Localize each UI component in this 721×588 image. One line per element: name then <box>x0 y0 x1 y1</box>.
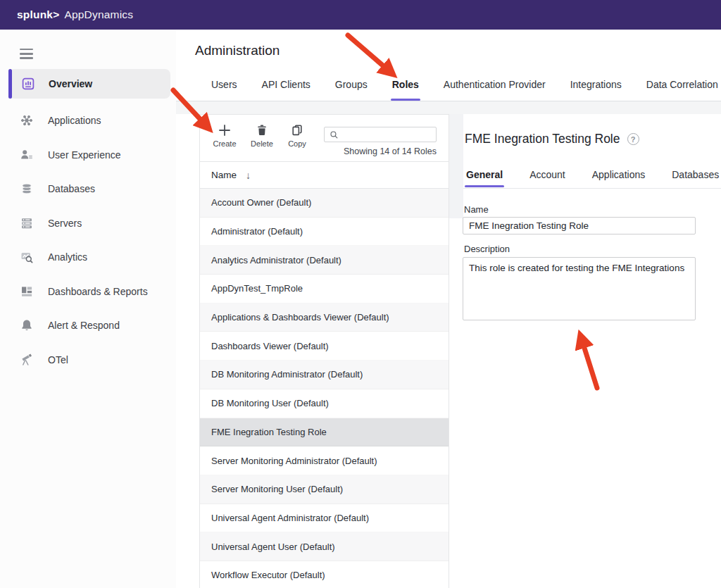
red-arrow-description <box>584 346 597 388</box>
sidebar-item-label: User Experience <box>48 149 121 161</box>
sidebar-item-applications[interactable]: Applications <box>0 104 176 138</box>
brand-splunk: splunk <box>17 8 53 20</box>
app-window: splunk>AppDynamics OverviewApplicationsU… <box>0 0 721 588</box>
sidebar-item-label: Overview <box>49 78 92 89</box>
role-row[interactable]: Analytics Administrator (Default) <box>200 246 449 275</box>
sidebar-item-databases[interactable]: Databases <box>0 172 176 206</box>
role-name: DB Monitoring User (Default) <box>211 398 329 408</box>
role-row[interactable]: Workflow Executor (Default) <box>200 561 449 588</box>
sidebar-item-otel[interactable]: OTel <box>0 343 176 377</box>
role-row[interactable]: Dashboards Viewer (Default) <box>200 332 449 361</box>
detail-tab-account[interactable]: Account <box>529 169 565 180</box>
roles-list-panel: Showing 14 of 14 Roles CreateDeleteCopy … <box>199 114 449 588</box>
help-icon[interactable]: ? <box>627 133 639 145</box>
detail-tab-divider <box>463 188 721 189</box>
sidebar-item-label: Databases <box>48 183 95 194</box>
sidebar-item-alert-respond[interactable]: Alert & Respond <box>0 308 176 343</box>
copy-button[interactable]: Copy <box>284 123 310 148</box>
delete-button[interactable]: Delete <box>248 123 276 148</box>
create-button[interactable]: Create <box>211 123 239 148</box>
user-experience-icon <box>20 148 34 162</box>
plus-icon <box>218 123 232 137</box>
role-row[interactable]: DB Monitoring User (Default) <box>200 389 449 418</box>
role-name: Workflow Executor (Default) <box>211 570 325 580</box>
role-detail-header: FME Inegration Testing Role ? <box>465 132 639 146</box>
tab-api-clients[interactable]: API Clients <box>262 79 311 101</box>
role-name: Server Monitoring Administrator (Default… <box>211 456 377 466</box>
role-row[interactable]: Universal Agent Administrator (Default) <box>200 504 449 533</box>
menu-icon[interactable] <box>20 49 33 59</box>
sidebar-nav-list: OverviewApplicationsUser ExperienceDatab… <box>0 69 176 377</box>
description-field-label: Description <box>464 244 510 254</box>
roles-list: Account Owner (Default)Administrator (De… <box>200 189 449 588</box>
role-name: Universal Agent Administrator (Default) <box>211 513 369 523</box>
role-name-input[interactable] <box>463 217 696 234</box>
sidebar: OverviewApplicationsUser ExperienceDatab… <box>0 30 176 588</box>
role-name: Server Monitoring User (Default) <box>211 484 343 494</box>
role-name: FME Inegration Testing Role <box>211 427 327 437</box>
brand-appdynamics: AppDynamics <box>64 8 133 20</box>
alert-respond-icon <box>20 318 34 332</box>
role-row[interactable]: Universal Agent User (Default) <box>200 532 449 561</box>
analytics-icon <box>20 250 34 264</box>
toolbar-button-label: Delete <box>248 139 276 148</box>
roles-toolbar: Showing 14 of 14 Roles CreateDeleteCopy <box>200 115 449 162</box>
role-name: DB Monitoring Administrator (Default) <box>211 369 363 380</box>
tab-groups[interactable]: Groups <box>335 79 368 101</box>
tab-authentication-provider[interactable]: Authentication Provider <box>444 79 546 101</box>
roles-search-box[interactable] <box>324 127 437 142</box>
panel-gutter <box>449 114 463 218</box>
role-name: Applications & Dashboards Viewer (Defaul… <box>211 312 389 323</box>
toolbar-button-label: Copy <box>284 139 310 148</box>
tab-users[interactable]: Users <box>211 79 237 101</box>
trash-icon <box>255 123 269 137</box>
role-detail-tab-bar: GeneralAccountApplicationsDatabases <box>466 169 719 180</box>
brand-chevron: > <box>53 8 59 20</box>
role-detail-title: FME Inegration Testing Role <box>465 132 620 146</box>
detail-tab-general[interactable]: General <box>466 169 503 180</box>
role-row[interactable]: AppDynTest_TmpRole <box>200 275 449 304</box>
page-title: Administration <box>195 43 280 58</box>
sidebar-item-label: Applications <box>48 115 101 126</box>
content-band <box>176 101 721 114</box>
role-row[interactable]: Server Monitoring Administrator (Default… <box>200 446 449 475</box>
search-icon <box>329 130 339 140</box>
name-field-label: Name <box>464 204 489 215</box>
role-row[interactable]: Account Owner (Default) <box>200 189 449 218</box>
detail-tab-databases[interactable]: Databases <box>672 169 719 180</box>
role-description-textarea[interactable]: This role is created for testing the FME… <box>463 257 696 320</box>
sidebar-item-label: Servers <box>48 218 82 229</box>
role-row[interactable]: Applications & Dashboards Viewer (Defaul… <box>200 304 449 332</box>
sidebar-item-label: Dashboards & Reports <box>48 286 148 297</box>
sidebar-item-label: OTel <box>48 354 68 365</box>
roles-count-text: Showing 14 of 14 Roles <box>344 146 437 156</box>
sidebar-item-servers[interactable]: Servers <box>0 206 176 241</box>
overview-icon <box>21 77 35 91</box>
otel-icon <box>20 353 34 367</box>
sidebar-item-dashboards-reports[interactable]: Dashboards & Reports <box>0 275 176 309</box>
tab-integrations[interactable]: Integrations <box>570 79 622 101</box>
name-column-label[interactable]: Name <box>211 170 237 180</box>
servers-icon <box>20 216 34 230</box>
toolbar-button-label: Create <box>211 139 239 148</box>
role-row[interactable]: FME Inegration Testing Role <box>200 418 449 447</box>
role-name: AppDynTest_TmpRole <box>211 283 303 294</box>
tab-data-correlation[interactable]: Data Correlation <box>646 79 718 101</box>
sidebar-item-label: Alert & Respond <box>48 320 120 331</box>
sidebar-item-overview[interactable]: Overview <box>8 69 170 99</box>
role-name: Universal Agent User (Default) <box>211 542 335 552</box>
tab-roles[interactable]: Roles <box>392 79 419 101</box>
roles-column-header: Name ↓ <box>200 162 449 189</box>
detail-tab-applications[interactable]: Applications <box>592 169 646 180</box>
role-row[interactable]: DB Monitoring Administrator (Default) <box>200 361 449 389</box>
role-name: Administrator (Default) <box>211 226 303 237</box>
role-row[interactable]: Administrator (Default) <box>200 218 449 246</box>
applications-icon <box>20 113 34 127</box>
sidebar-item-user-experience[interactable]: User Experience <box>0 138 176 173</box>
role-row[interactable]: Server Monitoring User (Default) <box>200 475 449 504</box>
splunk-appdynamics-logo[interactable]: splunk>AppDynamics <box>17 8 133 21</box>
sidebar-item-analytics[interactable]: Analytics <box>0 240 176 275</box>
roles-search-input[interactable] <box>339 127 436 142</box>
top-bar: splunk>AppDynamics <box>0 0 721 30</box>
sort-desc-icon[interactable]: ↓ <box>246 170 251 181</box>
